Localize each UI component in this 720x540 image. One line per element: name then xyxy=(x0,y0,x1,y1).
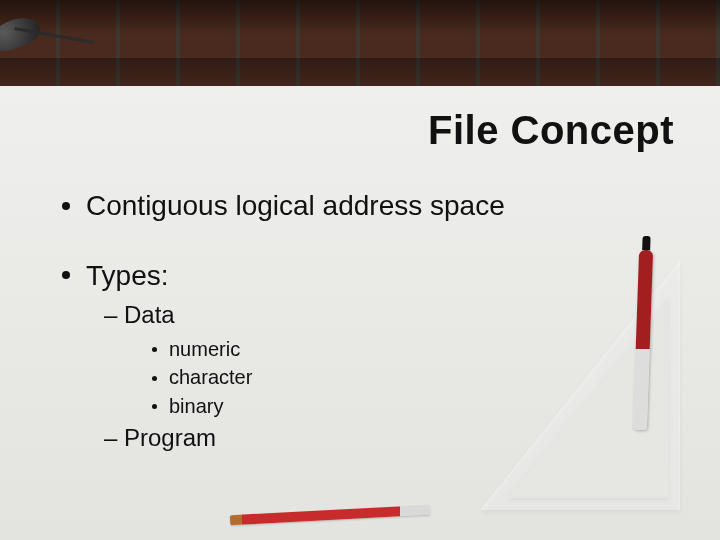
types-group: Types: Data numeric character binary Pro… xyxy=(64,258,660,452)
bullet-dot-icon xyxy=(152,376,157,381)
slide-body: Contiguous logical address space Types: … xyxy=(64,188,660,458)
bullet-dot-icon xyxy=(62,202,70,210)
bullet-dot-icon xyxy=(62,271,70,279)
bullet-text: Types: xyxy=(86,259,168,290)
bullet-text: numeric xyxy=(169,338,240,360)
brick-header xyxy=(0,0,720,88)
bullet-text: binary xyxy=(169,395,223,417)
bullet-level3: character xyxy=(152,363,660,391)
bullet-text: Data xyxy=(124,301,175,328)
bullet-text: character xyxy=(169,367,252,389)
bullet-level1: Contiguous logical address space xyxy=(64,188,660,222)
bullet-level2: Program xyxy=(104,424,660,452)
bullet-level3: numeric xyxy=(152,335,660,363)
slide-title: File Concept xyxy=(428,108,674,153)
bullet-text: Contiguous logical address space xyxy=(86,190,505,221)
bullet-dot-icon xyxy=(152,347,157,352)
bullet-level3: binary xyxy=(152,392,660,420)
bullet-text: Program xyxy=(124,424,216,451)
bullet-dot-icon xyxy=(152,404,157,409)
bullet-level2: Data xyxy=(104,301,660,329)
bullet-level1: Types: xyxy=(64,258,660,292)
